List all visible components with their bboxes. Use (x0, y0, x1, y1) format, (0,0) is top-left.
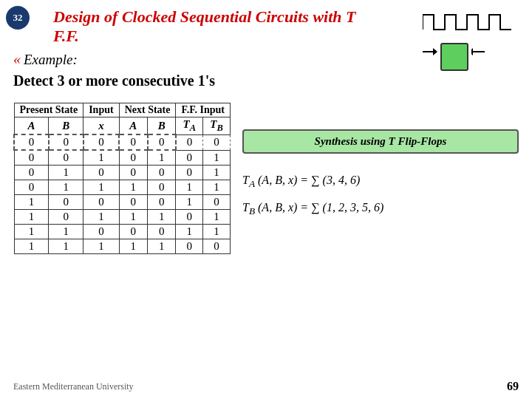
table-row: 1011101 (14, 210, 230, 225)
table-cell: 0 (176, 166, 203, 180)
table-row: 0100001 (14, 166, 230, 180)
table-cell: 1 (49, 239, 83, 254)
table-cell: 0 (176, 134, 203, 150)
table-cell: 0 (148, 225, 176, 239)
table-cell: 0 (14, 180, 49, 195)
table-cell: 0 (83, 225, 119, 239)
table-cell: 1 (14, 239, 49, 254)
table-cell: 0 (119, 134, 147, 150)
table-cell: 1 (203, 150, 231, 166)
table-row: 1111100 (14, 239, 230, 254)
table-cell: 1 (119, 180, 147, 195)
right-panel: Synthesis using T Flip-Flops TA (A, B, x… (242, 129, 519, 220)
table-cell: 0 (83, 134, 119, 150)
table-cell: 1 (119, 239, 147, 254)
table-cell: 1 (49, 180, 83, 195)
col-nB: B (148, 117, 176, 134)
table-cell: 1 (14, 210, 49, 225)
input-header: Input (83, 103, 119, 117)
present-state-header: Present State (14, 103, 83, 117)
col-TB: TB (203, 117, 231, 134)
table-cell: 0 (49, 134, 83, 150)
table-cell: 1 (176, 180, 203, 195)
table-cell: 0 (176, 150, 203, 166)
table-cell: 1 (49, 166, 83, 180)
output-block (440, 43, 468, 71)
table-cell: 1 (203, 166, 231, 180)
table-cell: 0 (119, 225, 147, 239)
truth-table-body: 0000000001010101000010111011100001010111… (14, 134, 230, 254)
table-cell: 0 (176, 239, 203, 254)
university-name: Eastern Mediterranean University (13, 381, 134, 392)
table-cell: 0 (14, 150, 49, 166)
equations-block: TA (A, B, x) = ∑ (3, 4, 6) TB (A, B, x) … (242, 170, 519, 220)
eq1-line: TA (A, B, x) = ∑ (3, 4, 6) (242, 170, 519, 193)
svg-marker-1 (433, 48, 437, 55)
truth-table-container: Present State Input Next State F.F. Inpu… (13, 100, 231, 255)
table-cell: 1 (203, 180, 231, 195)
table-cell: 1 (148, 150, 176, 166)
table-cell: 0 (148, 195, 176, 210)
table-cell: 1 (148, 239, 176, 254)
slide-page: 32 Design of Clocked Sequential Circuits… (0, 0, 532, 399)
table-cell: 0 (119, 195, 147, 210)
table-cell: 0 (49, 195, 83, 210)
slide-header: Design of Clocked Sequential Circuits wi… (13, 7, 519, 47)
page-number: 69 (507, 380, 519, 393)
var-header-row: A B x A B TA TB (14, 117, 230, 134)
synthesis-label: Synthesis using T Flip-Flops (242, 129, 519, 154)
table-cell: 1 (83, 210, 119, 225)
eq2-line: TB (A, B, x) = ∑ (1, 2, 3, 5, 6) (242, 197, 519, 220)
next-state-header: Next State (119, 103, 176, 117)
col-B: B (49, 117, 83, 134)
table-cell: 1 (14, 225, 49, 239)
col-A: A (14, 117, 49, 134)
table-row: 0010101 (14, 150, 230, 166)
table-cell: 1 (203, 225, 231, 239)
table-cell: 1 (83, 150, 119, 166)
table-cell: 0 (148, 180, 176, 195)
table-cell: 0 (148, 134, 176, 150)
table-cell: 0 (49, 150, 83, 166)
table-cell: 0 (148, 166, 176, 180)
table-cell: 0 (119, 166, 147, 180)
table-cell: 0 (203, 134, 231, 150)
feedback-arrow-svg (471, 37, 486, 66)
slide-number: 32 (6, 6, 30, 30)
main-content-row: Present State Input Next State F.F. Inpu… (13, 100, 519, 255)
table-cell: 1 (83, 180, 119, 195)
table-cell: 0 (203, 195, 231, 210)
bullet-icon: « (13, 51, 21, 67)
table-row: 0000000 (14, 134, 230, 150)
svg-marker-3 (471, 48, 473, 55)
col-x: x (83, 117, 119, 134)
arrow-svg (423, 37, 437, 66)
table-cell: 0 (176, 210, 203, 225)
ff-input-header: F.F. Input (176, 103, 231, 117)
truth-table: Present State Input Next State F.F. Inpu… (13, 103, 231, 255)
table-cell: 1 (14, 195, 49, 210)
col-TA: TA (176, 117, 203, 134)
table-cell: 0 (203, 239, 231, 254)
table-cell: 0 (14, 134, 49, 150)
table-cell: 1 (148, 210, 176, 225)
table-cell: 1 (176, 195, 203, 210)
clock-diagram (423, 7, 519, 71)
footer: Eastern Mediterranean University 69 (0, 380, 532, 393)
table-row: 0111011 (14, 180, 230, 195)
table-cell: 0 (119, 150, 147, 166)
group-header-row: Present State Input Next State F.F. Inpu… (14, 103, 230, 117)
table-cell: 0 (83, 195, 119, 210)
col-nA: A (119, 117, 147, 134)
table-row: 1100011 (14, 225, 230, 239)
table-cell: 0 (83, 166, 119, 180)
table-cell: 1 (49, 225, 83, 239)
table-cell: 0 (14, 166, 49, 180)
table-cell: 1 (176, 225, 203, 239)
table-cell: 1 (203, 210, 231, 225)
table-row: 1000010 (14, 195, 230, 210)
table-cell: 1 (119, 210, 147, 225)
table-cell: 1 (83, 239, 119, 254)
detect-line: Detect 3 or more consecutive 1's (13, 72, 519, 89)
table-cell: 0 (49, 210, 83, 225)
